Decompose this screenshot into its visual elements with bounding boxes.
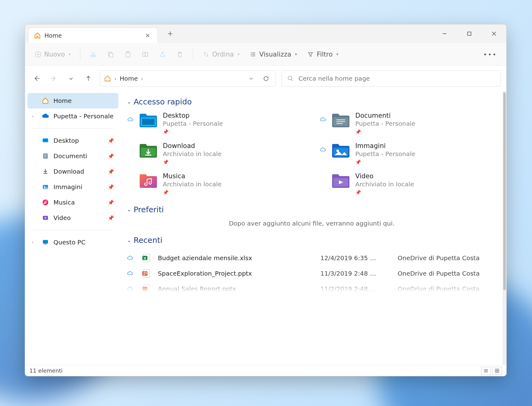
rename-button[interactable] (138, 48, 153, 61)
cut-button[interactable] (86, 48, 101, 61)
sidebar-item-home[interactable]: Home (27, 93, 118, 108)
more-button[interactable]: ••• (480, 48, 501, 61)
documents-icon (42, 152, 49, 160)
sidebar-item-desktop[interactable]: Desktop 📌 (27, 133, 118, 148)
qa-item-download[interactable]: Download Archiviato in locale 📌 (127, 142, 304, 165)
forward-button[interactable] (48, 73, 60, 84)
rename-icon (141, 51, 149, 58)
share-button[interactable] (155, 48, 170, 61)
qa-item-music[interactable]: Musica Archiviato in locale 📌 (127, 172, 304, 195)
sidebar-item-label: Musica (53, 199, 103, 206)
cloud-icon (319, 148, 326, 152)
home-icon (34, 32, 41, 39)
close-button[interactable] (482, 24, 506, 43)
section-recent-header[interactable]: ⌄ Recenti (127, 236, 496, 245)
recent-item[interactable]: Annual Sales Report.pptx 11/2/2019 2:48 … (127, 281, 496, 297)
recent-item-date: 12/4/2019 6:35 … (320, 254, 395, 262)
sidebar-item-label: Desktop (53, 137, 103, 144)
svg-rect-0 (468, 32, 471, 36)
sidebar-item-onedrive[interactable]: › Pupetta - Personale (27, 108, 118, 124)
sidebar-item-documents[interactable]: Documenti 📌 (27, 148, 118, 164)
recent-item-location: OneDrive di Pupetta Costa (398, 254, 496, 262)
address-dropdown-button[interactable] (245, 73, 257, 84)
paste-icon (124, 51, 132, 58)
cloud-icon (319, 117, 326, 122)
details-view-button[interactable] (481, 367, 491, 375)
expand-icon[interactable]: › (32, 240, 37, 245)
filter-label: Filtro (317, 51, 332, 58)
minimize-button[interactable] (432, 24, 457, 43)
back-button[interactable] (31, 73, 42, 84)
main-scroll[interactable]: ⌄ Accesso rapido Desktop Pupetta - Perso… (121, 91, 503, 365)
quick-access-grid: Desktop Pupetta - Personale 📌 Documenti … (127, 112, 496, 195)
section-quick-access-header[interactable]: ⌄ Accesso rapido (127, 97, 496, 106)
address-bar[interactable]: › Home › (100, 70, 276, 87)
section-favorites-header[interactable]: ⌄ Preferiti (127, 205, 496, 214)
copy-button[interactable] (103, 48, 118, 61)
qa-item-desktop[interactable]: Desktop Pupetta - Personale 📌 (127, 112, 304, 135)
folder-images-icon (331, 142, 351, 159)
svg-rect-37 (495, 371, 497, 373)
recent-item-location: OneDrive di Pupetta Costa (398, 270, 496, 277)
paste-button[interactable] (120, 48, 135, 61)
qa-item-sub: Archiviato in locale (355, 180, 414, 188)
window-controls (432, 24, 506, 43)
view-button[interactable]: Visualizza▾ (246, 48, 301, 61)
recent-locations-button[interactable] (65, 73, 77, 84)
pin-icon: 📌 (108, 200, 114, 205)
section-favorites-title: Preferiti (133, 205, 164, 214)
sort-icon (202, 51, 210, 58)
file-explorer-window: Home Nuovo ▾ Ordina▾ (25, 24, 507, 376)
thumbnails-view-button[interactable] (492, 367, 502, 375)
recent-item[interactable]: SpaceExploration_Project.pptx 11/3/2019 … (127, 266, 496, 281)
sort-button[interactable]: Ordina▾ (199, 48, 243, 61)
refresh-button[interactable] (260, 73, 272, 84)
expand-icon[interactable]: › (32, 114, 37, 119)
scroll-thumb[interactable] (503, 92, 506, 290)
sidebar-item-video[interactable]: Video 📌 (27, 210, 118, 226)
titlebar: Home (25, 24, 506, 43)
pin-icon: 📌 (108, 215, 114, 221)
sidebar-item-music[interactable]: Musica 📌 (27, 195, 118, 210)
new-label: Nuovo (44, 51, 65, 58)
sidebar-item-images[interactable]: Immagini 📌 (27, 179, 118, 195)
delete-button[interactable] (172, 48, 187, 61)
address-segment[interactable]: Home (120, 75, 138, 82)
chevron-down-icon: ⌄ (127, 99, 131, 105)
sidebar-item-thispc[interactable]: › Questo PC (27, 235, 118, 250)
pin-icon: 📌 (108, 169, 114, 175)
qa-item-images[interactable]: Immagini Pupetta - Personale 📌 (319, 142, 496, 165)
cloud-icon (127, 271, 139, 276)
navigation-pane: Home › Pupetta - Personale Desktop 📌 Doc… (25, 91, 121, 365)
tab-close-button[interactable] (143, 31, 152, 40)
maximize-button[interactable] (457, 24, 482, 43)
content-area: Home › Pupetta - Personale Desktop 📌 Doc… (25, 91, 506, 365)
qa-item-video[interactable]: Video Archiviato in locale 📌 (319, 172, 496, 195)
music-icon (42, 199, 49, 206)
recent-list: Budget aziendale mensile.xlsx 12/4/2019 … (127, 250, 496, 297)
new-button[interactable]: Nuovo ▾ (31, 48, 74, 61)
qa-item-name: Download (163, 142, 222, 150)
pin-icon: 📌 (355, 129, 416, 135)
search-box[interactable] (281, 70, 501, 87)
tab-home[interactable]: Home (28, 27, 158, 43)
scrollbar[interactable] (503, 91, 506, 365)
folder-desktop-icon (138, 112, 158, 129)
svg-point-17 (44, 186, 45, 187)
new-tab-button[interactable] (164, 27, 176, 40)
favorites-empty-text: Dopo aver aggiunto alcuni file, verranno… (127, 220, 496, 227)
search-input[interactable] (298, 75, 496, 82)
up-button[interactable] (82, 73, 94, 84)
recent-item-name: SpaceExploration_Project.pptx (158, 270, 317, 277)
sidebar-item-download[interactable]: Download 📌 (27, 164, 118, 179)
qa-item-documents[interactable]: Documenti Pupetta - Personale 📌 (319, 112, 496, 135)
command-toolbar: Nuovo ▾ Ordina▾ Visualizza▾ Filtro▾ ••• (25, 43, 506, 66)
recent-item[interactable]: Budget aziendale mensile.xlsx 12/4/2019 … (127, 250, 496, 266)
qa-item-sub: Pupetta - Personale (163, 120, 223, 127)
filter-button[interactable]: Filtro▾ (303, 48, 342, 61)
svg-point-10 (251, 54, 252, 55)
cut-icon (90, 51, 97, 58)
chevron-down-icon: ⌄ (127, 237, 131, 243)
onedrive-icon (42, 112, 49, 120)
pin-icon: 📌 (355, 190, 414, 195)
